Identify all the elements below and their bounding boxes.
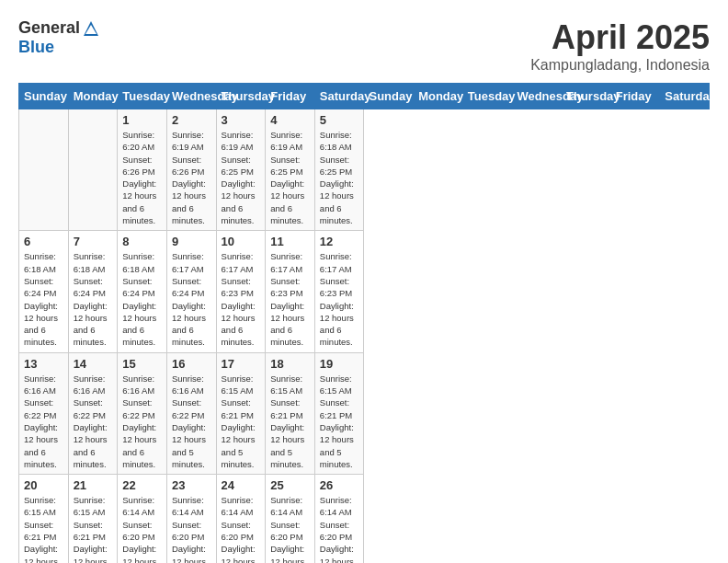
month-title: April 2025 [530, 18, 710, 57]
day-info: Sunrise: 6:15 AM Sunset: 6:21 PM Dayligh… [24, 494, 63, 563]
day-number: 5 [320, 113, 359, 127]
calendar-cell: 14Sunrise: 6:16 AM Sunset: 6:22 PM Dayli… [68, 352, 118, 474]
day-info: Sunrise: 6:19 AM Sunset: 6:25 PM Dayligh… [270, 129, 310, 226]
calendar-cell: 18Sunrise: 6:15 AM Sunset: 6:21 PM Dayli… [266, 352, 315, 474]
week-row-2: 6Sunrise: 6:18 AM Sunset: 6:24 PM Daylig… [19, 231, 710, 352]
calendar-cell: 6Sunrise: 6:18 AM Sunset: 6:24 PM Daylig… [19, 231, 69, 352]
calendar-table: SundayMondayTuesdayWednesdayThursdayFrid… [18, 83, 710, 563]
column-header-wednesday: Wednesday [512, 84, 562, 109]
day-info: Sunrise: 6:20 AM Sunset: 6:26 PM Dayligh… [122, 129, 162, 226]
day-info: Sunrise: 6:14 AM Sunset: 6:20 PM Dayligh… [122, 494, 162, 563]
calendar-cell [68, 109, 118, 231]
day-info: Sunrise: 6:14 AM Sunset: 6:20 PM Dayligh… [270, 494, 310, 563]
day-number: 19 [320, 357, 359, 371]
day-info: Sunrise: 6:19 AM Sunset: 6:25 PM Dayligh… [222, 129, 261, 226]
day-number: 1 [122, 113, 162, 127]
page-header: General Blue April 2025 Kampungladang, I… [18, 18, 710, 74]
day-number: 18 [270, 357, 310, 371]
day-info: Sunrise: 6:16 AM Sunset: 6:22 PM Dayligh… [172, 373, 211, 470]
calendar-cell: 15Sunrise: 6:16 AM Sunset: 6:22 PM Dayli… [118, 352, 167, 474]
calendar-cell: 21Sunrise: 6:15 AM Sunset: 6:21 PM Dayli… [68, 475, 118, 563]
logo-general-text: General [18, 18, 80, 38]
column-header-friday: Friday [610, 84, 660, 109]
column-header-monday: Monday [414, 84, 463, 109]
day-number: 15 [122, 357, 162, 371]
day-number: 4 [270, 113, 310, 127]
day-info: Sunrise: 6:19 AM Sunset: 6:26 PM Dayligh… [172, 129, 211, 226]
day-info: Sunrise: 6:14 AM Sunset: 6:20 PM Dayligh… [320, 494, 359, 563]
day-info: Sunrise: 6:15 AM Sunset: 6:21 PM Dayligh… [270, 373, 310, 470]
day-number: 3 [222, 113, 261, 127]
day-info: Sunrise: 6:16 AM Sunset: 6:22 PM Dayligh… [122, 373, 162, 470]
day-header-thursday: Thursday [216, 84, 266, 109]
calendar-cell: 13Sunrise: 6:16 AM Sunset: 6:22 PM Dayli… [19, 352, 69, 474]
calendar-cell: 2Sunrise: 6:19 AM Sunset: 6:26 PM Daylig… [166, 109, 216, 231]
day-info: Sunrise: 6:18 AM Sunset: 6:24 PM Dayligh… [24, 250, 63, 348]
calendar-cell [19, 109, 69, 231]
day-header-wednesday: Wednesday [166, 84, 216, 109]
day-header-saturday: Saturday [314, 84, 364, 109]
calendar-cell: 3Sunrise: 6:19 AM Sunset: 6:25 PM Daylig… [216, 109, 266, 231]
week-row-3: 13Sunrise: 6:16 AM Sunset: 6:22 PM Dayli… [19, 352, 710, 474]
day-number: 25 [270, 478, 310, 492]
day-info: Sunrise: 6:14 AM Sunset: 6:20 PM Dayligh… [222, 494, 261, 563]
calendar-cell: 12Sunrise: 6:17 AM Sunset: 6:23 PM Dayli… [314, 231, 364, 352]
day-number: 22 [122, 478, 162, 492]
day-info: Sunrise: 6:14 AM Sunset: 6:20 PM Dayligh… [172, 494, 211, 563]
calendar-cell: 22Sunrise: 6:14 AM Sunset: 6:20 PM Dayli… [118, 475, 167, 563]
day-number: 26 [320, 478, 359, 492]
calendar-cell: 25Sunrise: 6:14 AM Sunset: 6:20 PM Dayli… [266, 475, 315, 563]
column-header-tuesday: Tuesday [462, 84, 512, 109]
calendar-cell: 24Sunrise: 6:14 AM Sunset: 6:20 PM Dayli… [216, 475, 266, 563]
calendar-cell: 19Sunrise: 6:15 AM Sunset: 6:21 PM Dayli… [314, 352, 364, 474]
logo-icon [82, 19, 100, 38]
day-header-monday: Monday [68, 84, 118, 109]
day-info: Sunrise: 6:15 AM Sunset: 6:21 PM Dayligh… [320, 373, 359, 470]
day-info: Sunrise: 6:18 AM Sunset: 6:24 PM Dayligh… [74, 250, 113, 348]
day-info: Sunrise: 6:15 AM Sunset: 6:21 PM Dayligh… [222, 373, 261, 470]
column-header-thursday: Thursday [562, 84, 611, 109]
day-info: Sunrise: 6:16 AM Sunset: 6:22 PM Dayligh… [74, 373, 113, 470]
calendar-cell: 5Sunrise: 6:18 AM Sunset: 6:25 PM Daylig… [314, 109, 364, 231]
day-number: 16 [172, 357, 211, 371]
location: Kampungladang, Indonesia [530, 57, 710, 74]
column-header-sunday: Sunday [364, 84, 414, 109]
day-number: 2 [172, 113, 211, 127]
column-header-saturday: Saturday [660, 84, 710, 109]
day-number: 8 [122, 235, 162, 248]
header-row: SundayMondayTuesdayWednesdayThursdayFrid… [19, 84, 710, 109]
day-info: Sunrise: 6:18 AM Sunset: 6:25 PM Dayligh… [320, 129, 359, 226]
day-number: 20 [24, 478, 63, 492]
day-info: Sunrise: 6:18 AM Sunset: 6:24 PM Dayligh… [122, 250, 162, 348]
calendar-cell: 11Sunrise: 6:17 AM Sunset: 6:23 PM Dayli… [266, 231, 315, 352]
calendar-cell: 4Sunrise: 6:19 AM Sunset: 6:25 PM Daylig… [266, 109, 315, 231]
day-info: Sunrise: 6:17 AM Sunset: 6:24 PM Dayligh… [172, 250, 211, 348]
day-header-tuesday: Tuesday [118, 84, 167, 109]
day-header-sunday: Sunday [19, 84, 69, 109]
day-number: 17 [222, 357, 261, 371]
day-number: 21 [74, 478, 113, 492]
calendar-cell: 16Sunrise: 6:16 AM Sunset: 6:22 PM Dayli… [166, 352, 216, 474]
calendar-cell: 17Sunrise: 6:15 AM Sunset: 6:21 PM Dayli… [216, 352, 266, 474]
calendar-cell: 1Sunrise: 6:20 AM Sunset: 6:26 PM Daylig… [118, 109, 167, 231]
day-info: Sunrise: 6:17 AM Sunset: 6:23 PM Dayligh… [320, 250, 359, 348]
day-number: 24 [222, 478, 261, 492]
day-info: Sunrise: 6:15 AM Sunset: 6:21 PM Dayligh… [74, 494, 113, 563]
day-number: 12 [320, 235, 359, 248]
day-number: 14 [74, 357, 113, 371]
day-number: 11 [270, 235, 310, 248]
title-block: April 2025 Kampungladang, Indonesia [530, 18, 710, 74]
day-number: 6 [24, 235, 63, 248]
calendar-cell: 9Sunrise: 6:17 AM Sunset: 6:24 PM Daylig… [166, 231, 216, 352]
week-row-4: 20Sunrise: 6:15 AM Sunset: 6:21 PM Dayli… [19, 475, 710, 563]
day-info: Sunrise: 6:17 AM Sunset: 6:23 PM Dayligh… [222, 250, 261, 348]
calendar-cell: 26Sunrise: 6:14 AM Sunset: 6:20 PM Dayli… [314, 475, 364, 563]
logo-blue-text: Blue [18, 38, 54, 57]
week-row-1: 1Sunrise: 6:20 AM Sunset: 6:26 PM Daylig… [19, 109, 710, 231]
calendar-cell: 7Sunrise: 6:18 AM Sunset: 6:24 PM Daylig… [68, 231, 118, 352]
calendar-cell: 23Sunrise: 6:14 AM Sunset: 6:20 PM Dayli… [166, 475, 216, 563]
calendar-cell: 10Sunrise: 6:17 AM Sunset: 6:23 PM Dayli… [216, 231, 266, 352]
day-number: 10 [222, 235, 261, 248]
day-number: 9 [172, 235, 211, 248]
calendar-cell: 8Sunrise: 6:18 AM Sunset: 6:24 PM Daylig… [118, 231, 167, 352]
